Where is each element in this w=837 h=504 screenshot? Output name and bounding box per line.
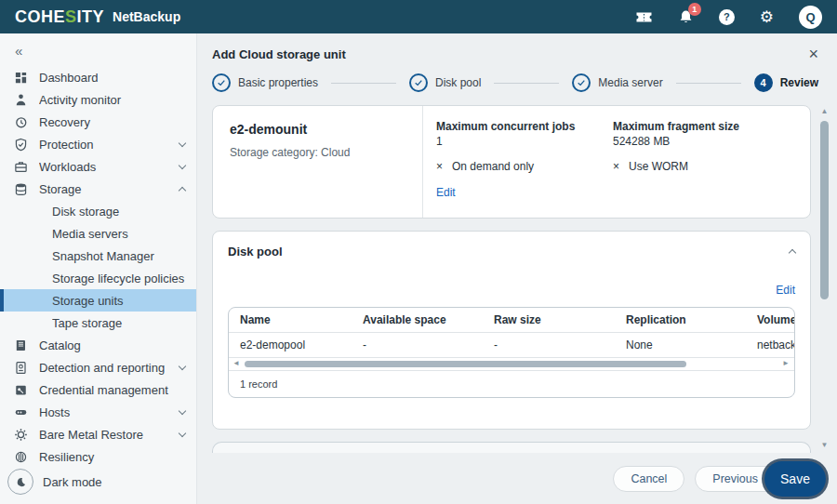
scroll-right-arrow-icon[interactable]: ► [782,359,790,367]
step-connector [676,83,741,84]
max-fragment-size-field: Maximum fragment size 524288 MB [613,120,810,148]
scroll-down-arrow-icon[interactable]: ▼ [819,441,830,449]
storage-database-icon [13,181,28,196]
sidebar-item-catalog[interactable]: Catalog [0,334,196,356]
chevron-down-icon [179,362,186,369]
brand-suffix: ITY [77,7,105,27]
on-demand-only-flag: × On demand only [436,160,613,173]
sidebar-item-storage[interactable]: Storage [0,178,196,200]
step-complete-check-icon [572,73,591,92]
user-avatar[interactable]: Q [799,6,822,29]
wizard-footer: Cancel Previous Save [197,453,837,504]
edit-basic-properties-link[interactable]: Edit [436,186,456,199]
save-button[interactable]: Save [764,461,826,497]
sidebar-item-storage-units[interactable]: Storage units [0,289,196,312]
step-connector [494,83,559,84]
horizontal-scrollbar-thumb[interactable] [245,361,686,367]
settings-gear-icon[interactable]: ⚙ [760,9,774,25]
review-content: e2-demounit Storage category: Cloud Maxi… [197,99,837,453]
step-complete-check-icon [409,73,428,92]
storage-unit-name: e2-demounit [230,122,422,137]
cancel-button[interactable]: Cancel [613,466,684,492]
disk-pool-table: Name Available space Raw size Replicatio… [228,307,795,398]
help-icon[interactable]: ? [719,9,735,25]
wizard-stepper: Basic properties Disk pool Media server … [197,64,837,99]
protection-shield-icon [13,137,28,152]
vertical-scrollbar-thumb[interactable] [820,121,829,299]
brand-highlight: S [65,7,77,27]
close-icon[interactable]: × [808,46,818,62]
product-name: NetBackup [113,9,180,24]
sidebar-item-hosts[interactable]: Hosts [0,401,196,423]
sidebar-item-tape-storage[interactable]: Tape storage [0,312,196,334]
sidebar-collapse-button[interactable]: « [0,43,196,59]
step-number-badge: 4 [754,73,773,92]
resiliency-icon [13,449,28,464]
horizontal-scrollbar[interactable]: ◄ ► [229,358,794,371]
sidebar-item-disk-storage[interactable]: Disk storage [0,200,196,222]
recovery-clock-icon [13,114,28,129]
sidebar-item-dashboard[interactable]: Dashboard [0,66,196,88]
sidebar-item-credential-management[interactable]: Credential management [0,378,196,401]
edit-disk-pool-link[interactable]: Edit [776,284,795,297]
disk-pool-section-card: Disk pool Edit Name Available space Raw … [212,231,811,430]
column-raw-size: Raw size [494,313,626,326]
wizard-panel: Add Cloud storage unit × Basic propertie… [197,33,837,504]
sidebar-item-activity-monitor[interactable]: Activity monitor [0,88,196,111]
sidebar-item-protection[interactable]: Protection [0,133,196,155]
step-connector [331,83,396,84]
dark-mode-toggle[interactable]: Dark mode [0,469,196,495]
moon-icon [15,476,27,488]
storage-category: Storage category: Cloud [230,146,422,159]
step-review[interactable]: 4 Review [754,73,818,92]
activity-monitor-icon [13,92,28,107]
record-count: 1 record [229,371,794,397]
chevron-down-icon [179,139,186,146]
column-replication: Replication [626,313,757,326]
sidebar-item-detection-and-reporting[interactable]: Detection and reporting [0,356,196,378]
sidebar-item-snapshot-manager[interactable]: Snapshot Manager [0,245,196,267]
step-disk-pool[interactable]: Disk pool [409,73,481,92]
chevron-down-icon [179,429,186,436]
notification-badge: 1 [688,3,701,16]
scroll-left-arrow-icon[interactable]: ◄ [232,359,240,367]
column-available-space: Available space [363,313,494,326]
top-header-bar: COHESITY NetBackup 1 ? ⚙ Q [0,0,837,33]
disk-pool-section-title: Disk pool [228,245,283,259]
step-complete-check-icon [212,73,231,92]
report-document-icon [13,360,28,375]
x-mark-icon: × [436,160,443,173]
credential-key-icon [13,382,28,397]
sidebar-item-resiliency[interactable]: Resiliency [0,445,196,468]
x-mark-icon: × [613,160,619,173]
sidebar-item-workloads[interactable]: Workloads [0,155,196,178]
hosts-server-icon [13,405,28,419]
bare-metal-restore-gear-icon [13,427,28,442]
sidebar-item-bare-metal-restore[interactable]: Bare Metal Restore [0,423,196,445]
section-collapse-chevron-icon[interactable] [789,249,796,257]
basic-properties-summary-card: e2-demounit Storage category: Cloud Maxi… [212,105,811,219]
use-worm-flag: × Use WORM [613,160,810,173]
chevron-down-icon [179,406,186,414]
notifications-bell-icon[interactable]: 1 [678,9,694,25]
step-media-server[interactable]: Media server [572,73,662,92]
column-volumes: Volumes [757,313,794,326]
sidebar-item-media-servers[interactable]: Media servers [0,222,196,245]
chevron-down-icon [179,161,186,168]
page-title: Add Cloud storage unit [212,47,346,61]
table-row[interactable]: e2-demopool - - None netbackup [229,333,794,358]
dashboard-icon [13,70,28,85]
left-navigation-sidebar: « Dashboard Activity monitor Recovery Pr… [0,33,197,504]
vertical-scrollbar[interactable]: ▲ ▼ [819,107,830,449]
max-concurrent-jobs-field: Maximum concurrent jobs 1 [436,120,613,148]
scroll-up-arrow-icon[interactable]: ▲ [819,107,830,115]
next-section-card-edge [212,442,811,453]
chevron-up-icon [179,186,186,193]
cohesity-logo: COHESITY [15,7,104,27]
brand-prefix: COHE [15,7,65,27]
license-ticket-icon[interactable] [635,10,653,24]
catalog-book-icon [13,338,28,352]
sidebar-item-recovery[interactable]: Recovery [0,111,196,133]
sidebar-item-storage-lifecycle-policies[interactable]: Storage lifecycle policies [0,267,196,289]
step-basic-properties[interactable]: Basic properties [212,73,318,92]
